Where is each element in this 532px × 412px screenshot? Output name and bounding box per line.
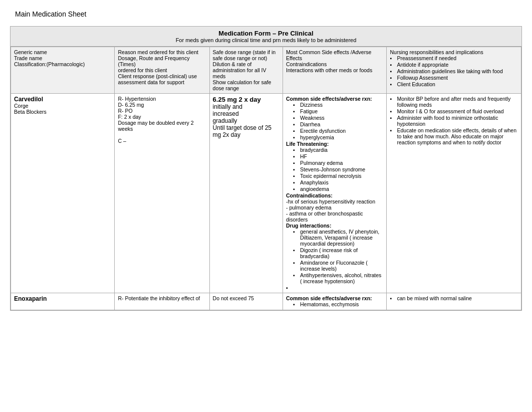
nursing-educate: ▪Educate on medication side effects, det… — [390, 127, 518, 145]
nursing-io: ▪Monitor I & O for assessment of fluid o… — [390, 108, 518, 114]
reason-cell-2: R- Potentiate the inhibitory effect of — [115, 293, 209, 310]
form-title: Medication Form – Pre Clinical — [13, 30, 519, 37]
form-subtitle: For meds given during clinical time and … — [13, 37, 519, 43]
nursing-saline: ▪can be mixed with normal saline — [390, 295, 518, 301]
main-table: Generic name Trade name Classification:(… — [11, 47, 521, 310]
generic-name-2: Enoxaparin — [14, 295, 111, 302]
safe-dose-cell-2: Do not exceed 75 — [209, 293, 283, 310]
safe-dose-cell: 6.25 mg 2 x day initially and increased … — [209, 94, 283, 293]
col-header-1: Generic name Trade name Classification:(… — [11, 47, 115, 94]
side-effects-cell-2: Common side effects/adverse rxn: ▪Hemato… — [283, 293, 387, 310]
di-anesthetics: ▪general anesthetics, IV phenytoin, Dilt… — [293, 229, 383, 247]
page-title: Main Medication Sheet — [15, 10, 522, 18]
lt-sjs: ▪Stevens-Johnson syndrome — [293, 166, 383, 172]
ci-asthma: - asthma or other bronchospastic disorde… — [286, 211, 383, 223]
col4-line1: Most Common Side effects /Adverse Effect… — [286, 49, 383, 61]
col5-bullet-4: ▪Followup Assessment — [390, 75, 518, 81]
lt-hf: ▪HF — [293, 153, 383, 159]
nursing-cell: ▪Monitor BP before and after meds and fr… — [387, 94, 521, 293]
col2-line2: Dosage, Route and Frequency (Times) — [118, 55, 206, 67]
col5-bullet-1: ▪Preassessment if needed — [390, 55, 518, 61]
nursing-food: ▪Administer with food to minimize orthos… — [390, 115, 518, 127]
col3-line1: Safe dose range (state if in safe dose r… — [213, 49, 280, 61]
life-threat-label: Life Threatening: — [286, 141, 383, 147]
di-amiodarone: ▪Amindarone or Fluconazole ( increase le… — [293, 260, 383, 272]
indication: R- Hypertension — [118, 96, 206, 102]
col3-line3: Show calculation for safe dose range — [213, 79, 280, 91]
col-header-2: Reason med ordered for this client Dosag… — [115, 47, 209, 94]
dose-note3: gradually — [213, 117, 280, 124]
dose-note1: initially and — [213, 103, 280, 110]
ci-pulmonary: - pulmonary edema — [286, 204, 383, 211]
lt-bradycardia: ▪bradycardia — [293, 147, 383, 153]
safe-dose-range: 6.25 mg 2 x day — [213, 96, 280, 103]
col-header-3: Safe dose range (state if in safe dose r… — [209, 47, 283, 94]
drug-interactions-label: Drug interactions: — [286, 223, 383, 229]
col2-line3: ordered for this client — [118, 67, 206, 73]
se-dizziness: ▪Dizziness — [293, 102, 383, 108]
col-header-5: Nursing responsibilities and implication… — [387, 47, 521, 94]
table-row: Enoxaparin R- Potentiate the inhibitory … — [11, 293, 521, 310]
table-row: Carvedilol Corge Beta Blockers R- Hypert… — [11, 94, 521, 293]
nursing-cell-2: ▪can be mixed with normal saline — [387, 293, 521, 310]
se-weakness: ▪Weakness — [293, 115, 383, 121]
col2-line1: Reason med ordered for this client — [118, 49, 206, 55]
se-fatigue: ▪Fatigue — [293, 108, 383, 114]
col2-line4: Client response (post-clinical) use asse… — [118, 73, 206, 85]
client-response: C – — [118, 138, 206, 144]
col3-line2: Dilution & rate of administration for al… — [213, 61, 280, 79]
contraindications-label: Contraindications: — [286, 192, 383, 198]
lt-anaphylaxis: ▪Anaphylaxis — [293, 179, 383, 185]
safe-dose-range-2: Do not exceed 75 — [213, 295, 280, 301]
reason-cell: R- Hypertension D- 6.25 mg R- PO F: 2 x … — [115, 94, 209, 293]
form-header: Medication Form – Pre Clinical For meds … — [11, 27, 521, 47]
col5-bullet-5: ▪Client Education — [390, 81, 518, 87]
di-digoxin: ▪Digozin ( increase risk of bradycardia) — [293, 247, 383, 259]
drug-classification: Beta Blockers — [14, 109, 111, 115]
col-header-4: Most Common Side effects /Adverse Effect… — [283, 47, 387, 94]
lt-ten: ▪Toxic epidermal necrolysis — [293, 173, 383, 179]
dosage-notes: Dosage may be doubled every 2 weeks — [118, 120, 206, 132]
col5-bullet-3: ▪Administration guidelines like taking w… — [390, 68, 518, 74]
common-se-label-2: Common side effects/adverse rxn: — [286, 295, 383, 301]
dose-note2: increased — [213, 110, 280, 117]
frequency: F: 2 x day — [118, 114, 206, 120]
col5-title: Nursing responsibilities and implication… — [390, 49, 518, 55]
generic-name: Carvedilol — [14, 96, 111, 103]
indication-2: R- Potentiate the inhibitory effect of — [118, 295, 206, 301]
se-hyperglycemia: ▪hyperglycemia — [293, 134, 383, 140]
drug-info-cell: Carvedilol Corge Beta Blockers — [11, 94, 115, 293]
target-dose: Until target dose of 25 mg 2x day — [213, 124, 280, 138]
col4-line3: Interactions with other meds or foods — [286, 67, 383, 73]
lt-angioedema: ▪angioedema — [293, 186, 383, 192]
di-antihypertensives: ▪Antihypertensives, alcohol, nitrates ( … — [293, 272, 383, 284]
se-diarrhea: ▪Diarrhea — [293, 121, 383, 127]
di-spacer: ▪ — [286, 285, 383, 291]
ci-hypersensitivity: -hx of serious hypersensitivity reaction — [286, 198, 383, 204]
col4-line2: Contraindications — [286, 61, 383, 67]
common-se-label: Common side effects/adverse rxn: — [286, 96, 383, 102]
drug-info-cell-2: Enoxaparin — [11, 293, 115, 310]
dosage: D- 6.25 mg — [118, 102, 206, 108]
col5-bullet-2: ▪Antidote if appropriate — [390, 62, 518, 68]
trade-name: Corge — [14, 103, 111, 109]
nursing-bp: ▪Monitor BP before and after meds and fr… — [390, 96, 518, 108]
se-hematomas: ▪Hematomas, ecchymosis — [293, 301, 383, 307]
side-effects-cell: Common side effects/adverse rxn: ▪Dizzin… — [283, 94, 387, 293]
lt-pulmonary: ▪Pulmonary edema — [293, 160, 383, 166]
route: R- PO — [118, 108, 206, 114]
se-erectile: ▪Erectile dysfunction — [293, 128, 383, 134]
